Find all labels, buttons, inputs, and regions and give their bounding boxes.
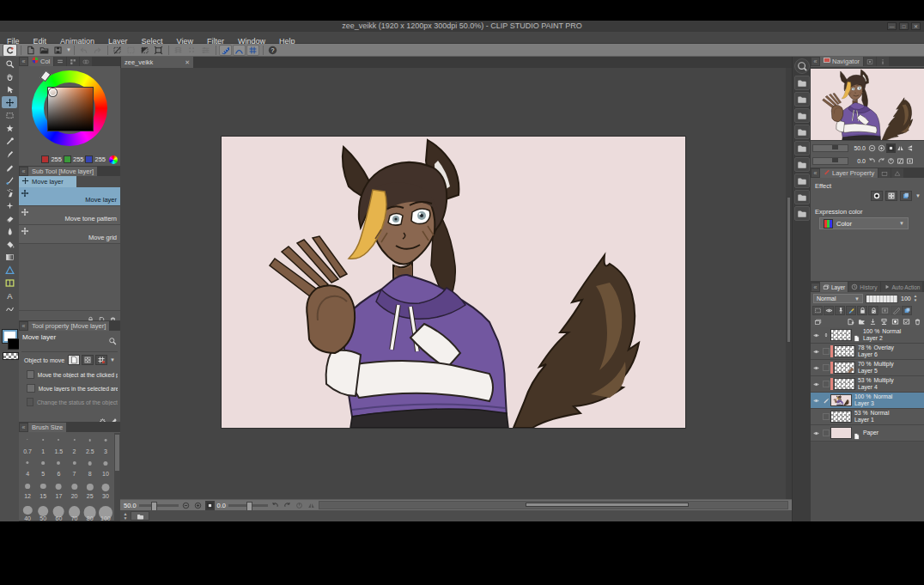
enable-mask-button[interactable]	[879, 306, 890, 315]
new-raster-layer-button[interactable]	[845, 317, 855, 326]
zoom-out-button[interactable]	[181, 501, 191, 510]
brush-size-15[interactable]: 15	[35, 478, 51, 500]
decoration-tool-button[interactable]	[2, 199, 17, 211]
brush-size-4[interactable]: 4	[20, 455, 35, 478]
lock-transparent-button[interactable]	[868, 306, 878, 315]
tab-history[interactable]: History	[848, 282, 879, 292]
layer-visibility-toggle[interactable]	[811, 398, 821, 404]
line-correct-tool-button[interactable]	[2, 302, 17, 314]
tab-auto-action[interactable]: Auto Action	[881, 282, 923, 292]
navigator-zoom-slider[interactable]	[812, 144, 848, 152]
blend-tool-button[interactable]	[2, 225, 17, 237]
brush-size-80[interactable]: 80	[82, 500, 98, 521]
tab-layer-search[interactable]	[891, 168, 903, 178]
fill-tool-button[interactable]	[2, 238, 17, 250]
border-effect-button[interactable]	[871, 191, 883, 201]
tone-effect-button[interactable]	[885, 191, 897, 201]
selection-area-button[interactable]	[812, 306, 823, 315]
close-tab-icon[interactable]: ✕	[185, 59, 190, 66]
tab-layer[interactable]: Layer	[820, 282, 848, 292]
brush-size-25[interactable]: 25	[82, 478, 98, 500]
filter-settings-button[interactable]	[199, 45, 212, 56]
brush-size-2[interactable]: 2	[66, 433, 82, 455]
chevron-down-icon[interactable]: ▼	[124, 516, 128, 521]
pose-material-button[interactable]	[794, 190, 810, 204]
brush-size-1[interactable]: 1	[35, 433, 51, 455]
help-button[interactable]: ?	[266, 45, 279, 56]
layer-visibility-toggle[interactable]	[811, 381, 821, 387]
layer-thumbnail[interactable]	[834, 378, 855, 390]
merge-to-lower-button[interactable]	[878, 317, 889, 326]
undo-button[interactable]	[77, 45, 90, 56]
layer-object-toggle[interactable]	[68, 355, 80, 365]
transfer-to-lower-button[interactable]	[867, 317, 878, 326]
gradient-tool-button[interactable]	[2, 251, 17, 263]
scrollbar-thumb[interactable]	[787, 197, 791, 343]
sub-view-button[interactable]	[794, 157, 810, 172]
sub-tool-item[interactable]: Move tone pattern	[19, 206, 120, 225]
brush-size-5[interactable]: 5	[35, 455, 51, 478]
tab-color-mixing[interactable]	[80, 57, 92, 66]
lock-icon[interactable]	[87, 312, 94, 320]
pin-layer-button[interactable]	[835, 306, 845, 315]
expression-color-dropdown[interactable]: Color ▼	[819, 217, 909, 229]
canvas-viewport[interactable]	[120, 68, 792, 499]
apply-mask-button[interactable]	[901, 317, 911, 326]
horizontal-scrollbar[interactable]	[319, 501, 788, 509]
layer-row-layer-1[interactable]: 53 %NormalLayer 1	[811, 409, 924, 425]
zoom-in-button[interactable]	[877, 143, 886, 153]
flip-vertical-button[interactable]	[905, 143, 915, 153]
save-file-button[interactable]	[52, 45, 64, 56]
rotate-left-button[interactable]	[271, 501, 280, 510]
layer-thumbnail[interactable]	[830, 329, 852, 341]
collapse-panel-icon[interactable]: «	[20, 168, 27, 175]
eyedropper-tool-button[interactable]	[2, 135, 17, 147]
collapse-panel-icon[interactable]: «	[812, 58, 819, 65]
layer-row-layer-3[interactable]: 100 %NormalLayer 3	[811, 393, 924, 409]
tab-color-wheel[interactable]: Col	[28, 57, 53, 66]
pen-tool-button[interactable]	[2, 148, 17, 160]
reset-rotation-button[interactable]	[295, 501, 304, 510]
mesh-transform-button[interactable]	[172, 45, 185, 56]
brush-size-1.5[interactable]: 1.5	[51, 433, 66, 455]
create-mask-button[interactable]	[890, 317, 900, 326]
brush-tool-button[interactable]	[2, 174, 17, 186]
brush-size-8[interactable]: 8	[82, 455, 98, 478]
slider-knob[interactable]	[832, 158, 838, 162]
material-monochromatic-pattern-button[interactable]	[794, 92, 810, 107]
close-button[interactable]: ✕	[911, 22, 921, 30]
brush-size-100[interactable]: 100	[98, 500, 113, 521]
brush-size-70[interactable]: 70	[66, 500, 82, 521]
brush-size-title-tab[interactable]: Brush Size	[28, 423, 66, 432]
tone-object-toggle[interactable]	[82, 355, 94, 365]
zoom-slider[interactable]	[139, 504, 179, 507]
new-subtool-icon[interactable]	[98, 312, 106, 320]
canvas-document[interactable]	[222, 137, 685, 428]
csp-logo-button[interactable]	[3, 44, 17, 57]
opacity-slider[interactable]	[866, 295, 898, 303]
collapse-panel-icon[interactable]: «	[812, 283, 819, 291]
grid-object-toggle[interactable]	[95, 355, 107, 365]
layer-row-paper[interactable]: Paper	[811, 425, 924, 442]
layer-visibility-toggle[interactable]	[811, 365, 821, 371]
material-image-material-button[interactable]	[794, 125, 810, 139]
material-manga-material-button[interactable]	[794, 108, 810, 123]
opacity-stepper[interactable]: ▲▼	[914, 295, 917, 302]
tab-layer-property[interactable]: Layer Property	[820, 168, 878, 178]
reset-rotation-button[interactable]	[886, 156, 896, 166]
open-file-button[interactable]	[38, 45, 51, 56]
reset-display-button[interactable]	[896, 156, 905, 166]
sub-tool-group-tab-move-layer[interactable]: Move layer	[19, 176, 76, 187]
rotate-slider[interactable]	[228, 504, 268, 507]
layer-row-layer-2[interactable]: 100 %NormalLayer 2	[811, 327, 924, 344]
item-bank-button[interactable]	[794, 174, 810, 188]
brush-size-50[interactable]: 50	[35, 500, 51, 521]
change-pen-button[interactable]	[846, 306, 856, 315]
flip-horizontal-button[interactable]	[896, 143, 905, 153]
snap-to-special-ruler-button[interactable]	[233, 45, 246, 56]
dropdown-arrow-icon[interactable]: ▼	[66, 47, 71, 52]
brush-size-17[interactable]: 17	[51, 478, 66, 500]
maximize-button[interactable]: □	[899, 22, 909, 30]
frame-border-tool-button[interactable]	[2, 277, 17, 289]
object-dropdown-icon[interactable]: ▼	[110, 357, 115, 363]
